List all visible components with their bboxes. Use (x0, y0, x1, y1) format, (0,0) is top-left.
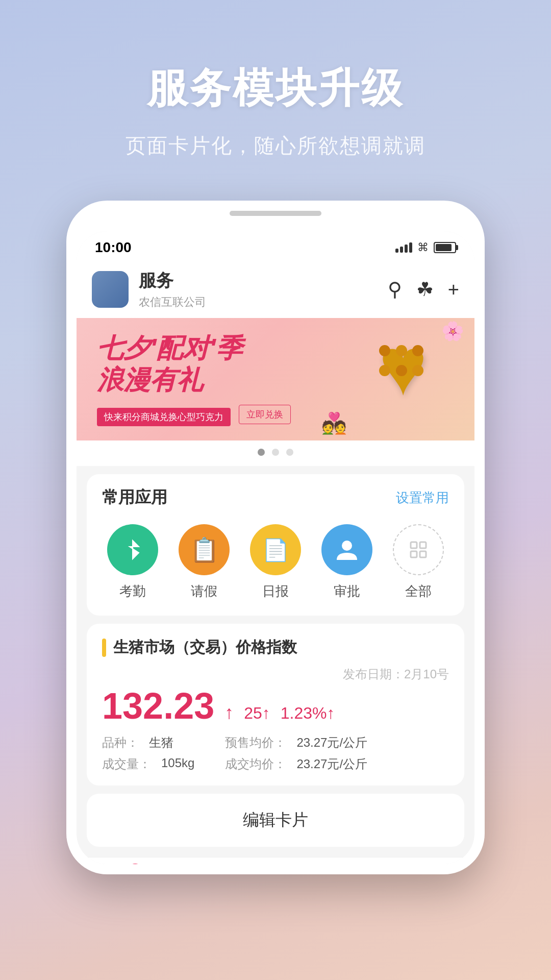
app-item-approval[interactable]: 审批 (311, 524, 383, 600)
banner-badge2[interactable]: 立即兑换 (239, 405, 291, 424)
banner-text: 七夕'配对'季 浪漫有礼 快来积分商城兑换心型巧克力 立即兑换 (77, 318, 332, 440)
approval-label: 审批 (334, 582, 360, 600)
leave-icon: 📋 (179, 524, 230, 575)
all-label: 全部 (405, 582, 432, 600)
app-logo (92, 271, 129, 308)
messages-badge: 8 (128, 864, 143, 864)
wifi-icon: ⌘ (417, 241, 429, 254)
search-icon[interactable]: ⚲ (388, 278, 402, 301)
all-icon (393, 524, 444, 575)
couple-decoration: 💑 (321, 411, 347, 435)
market-header: 生猪市场（交易）价格指数 (102, 637, 449, 658)
banner-badge1: 快来积分商城兑换心型巧克力 (97, 408, 231, 426)
detail-col-left: 品种： 生猪 成交量： 105kg (102, 734, 194, 772)
status-time: 10:00 (95, 239, 132, 256)
svg-rect-2 (420, 542, 426, 548)
bag-icon[interactable]: ☘ (416, 278, 434, 301)
common-apps-card: 常用应用 设置常用 考勤 📋 请假 (87, 474, 464, 616)
app-item-all[interactable]: 全部 (383, 524, 454, 600)
app-name: 服务 (139, 269, 388, 292)
detail-volume: 成交量： 105kg (102, 756, 194, 772)
battery-icon (434, 242, 456, 253)
svg-point-0 (342, 541, 352, 551)
svg-rect-3 (411, 551, 417, 557)
market-indicator (102, 639, 106, 657)
setup-common-button[interactable]: 设置常用 (396, 489, 449, 507)
banner-image: ♥ 🌸 (332, 318, 474, 440)
hero-subtitle: 页面卡片化，随心所欲想调就调 (31, 132, 520, 160)
approval-icon (321, 524, 372, 575)
banner-container: 七夕'配对'季 浪漫有礼 快来积分商城兑换心型巧克力 立即兑换 ♥ (77, 318, 474, 466)
common-apps-header: 常用应用 设置常用 (87, 474, 464, 514)
market-price-row: 132.23 ↑ 25↑ 1.23%↑ (102, 688, 449, 724)
plus-icon[interactable]: + (448, 279, 459, 301)
dot-1[interactable] (258, 449, 265, 456)
svg-rect-1 (411, 542, 417, 548)
status-bar: 10:00 ⌘ (77, 231, 474, 261)
market-change1: 25↑ (244, 704, 270, 723)
edit-card-button[interactable]: 编辑卡片 (87, 794, 464, 847)
app-title-area: 服务 农信互联公司 (139, 269, 388, 310)
signal-icon (395, 242, 412, 253)
attendance-icon (107, 524, 158, 575)
detail-col-right: 预售均价： 23.27元/公斤 成交均价： 23.27元/公斤 (225, 734, 367, 772)
banner-dots (77, 440, 474, 466)
detail-breed: 品种： 生猪 (102, 734, 194, 751)
status-icons: ⌘ (395, 241, 456, 254)
dot-2[interactable] (272, 449, 279, 456)
hero-section: 服务模块升级 页面卡片化，随心所欲想调就调 (0, 0, 551, 190)
common-apps-title: 常用应用 (102, 486, 167, 509)
scroll-content: 七夕'配对'季 浪漫有礼 快来积分商城兑换心型巧克力 立即兑换 ♥ (77, 318, 474, 864)
market-change2: 1.23%↑ (281, 704, 335, 723)
header-actions: ⚲ ☘ + (388, 278, 459, 301)
market-card: 生猪市场（交易）价格指数 发布日期：2月10号 132.23 ↑ 25↑ 1.2… (87, 624, 464, 786)
phone-notch (230, 211, 321, 216)
price-arrow: ↑ (224, 702, 234, 723)
app-item-leave[interactable]: 📋 请假 (168, 524, 240, 600)
phone-screen: 10:00 ⌘ (77, 231, 474, 864)
app-icons-row: 考勤 📋 请假 📄 日报 (87, 514, 464, 616)
bottom-nav: 8 消息 圈子 (77, 857, 474, 864)
detail-presale: 预售均价： 23.27元/公斤 (225, 734, 367, 751)
banner-title-line1: 七夕'配对'季 浪漫有礼 (97, 332, 311, 396)
app-header: 服务 农信互联公司 ⚲ ☘ + (77, 261, 474, 318)
daily-label: 日报 (262, 582, 289, 600)
detail-trade: 成交均价： 23.27元/公斤 (225, 756, 367, 772)
hero-title: 服务模块升级 (31, 61, 520, 116)
company-name: 农信互联公司 (139, 295, 388, 310)
market-price-value: 132.23 (102, 688, 214, 724)
banner[interactable]: 七夕'配对'季 浪漫有礼 快来积分商城兑换心型巧克力 立即兑换 ♥ (77, 318, 474, 440)
app-item-attendance[interactable]: 考勤 (97, 524, 168, 600)
svg-rect-4 (420, 551, 426, 557)
daily-icon: 📄 (250, 524, 301, 575)
app-item-daily[interactable]: 📄 日报 (240, 524, 311, 600)
dot-3[interactable] (286, 449, 293, 456)
market-details: 品种： 生猪 成交量： 105kg 预售均价： 23.27元/公斤 (102, 734, 449, 772)
market-title: 生猪市场（交易）价格指数 (113, 637, 297, 658)
attendance-label: 考勤 (119, 582, 146, 600)
leave-label: 请假 (191, 582, 217, 600)
phone-mockup: 10:00 ⌘ (66, 201, 485, 874)
market-date: 发布日期：2月10号 (102, 666, 449, 682)
